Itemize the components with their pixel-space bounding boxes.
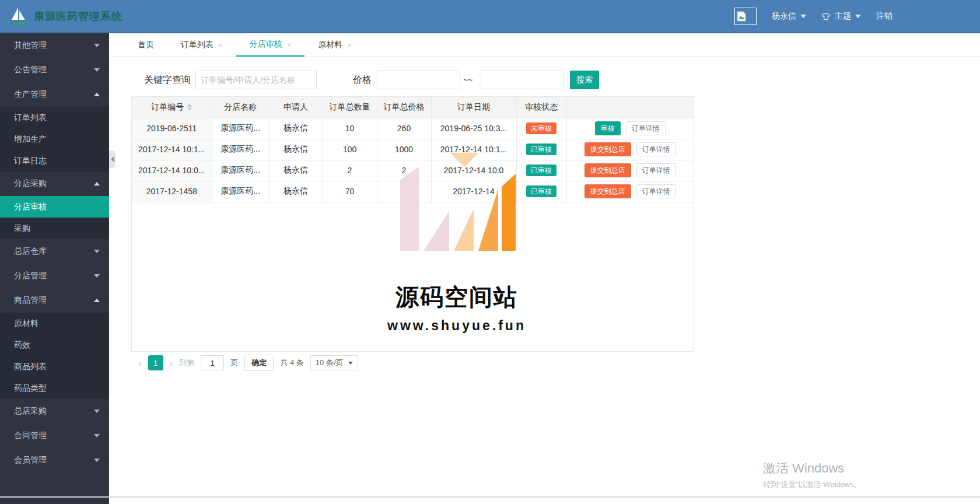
keyword-label: 关键字查询 xyxy=(144,74,191,86)
confirm-page-button[interactable]: 确定 xyxy=(244,355,274,371)
cell-date: 2017-12-14 xyxy=(431,181,516,202)
chevron-down-icon xyxy=(94,44,100,47)
cell-price: 1000 xyxy=(377,139,431,160)
sidebar-group-notice-management[interactable]: 公告管理 xyxy=(0,58,109,82)
sidebar-group-goods-management[interactable]: 商品管理 xyxy=(0,288,109,313)
chevron-down-icon xyxy=(94,250,100,253)
tab-order-list[interactable]: 订单列表× xyxy=(167,33,236,57)
sidebar-item-drug-type[interactable]: 药品类型 xyxy=(0,377,109,399)
user-name: 杨永信 xyxy=(772,11,796,22)
cell-status: 已审核 xyxy=(516,181,566,202)
submenu-goods: 原材料 药效 商品列表 药品类型 xyxy=(0,313,109,399)
cell-date: 2019-06-25 10:3... xyxy=(431,118,516,139)
range-separator: ~~ xyxy=(463,75,473,85)
submenu-production: 订单列表 增加生产 订单日志 xyxy=(0,107,109,172)
cell-order-no: 2019-06-2511 xyxy=(132,118,212,139)
cell-status: 未审核 xyxy=(516,118,566,139)
logout-button[interactable]: 注销 xyxy=(876,11,892,22)
search-button[interactable]: 搜索 xyxy=(570,71,599,89)
status-badge: 未审核 xyxy=(526,123,556,134)
cell-qty: 2 xyxy=(323,160,377,181)
sidebar-group-other-management[interactable]: 其他管理 xyxy=(0,33,109,58)
sidebar-group-member-management[interactable]: 会员管理 xyxy=(0,448,109,473)
sidebar-group-branch-management[interactable]: 分店管理 xyxy=(0,264,109,288)
chevron-up-icon xyxy=(94,299,100,302)
chevron-up-icon xyxy=(94,93,100,96)
price-label: 价格 xyxy=(353,74,372,86)
order-detail-button[interactable]: 订单详情 xyxy=(636,142,676,156)
cell-status: 已审核 xyxy=(516,160,566,181)
theme-menu[interactable]: 主题 xyxy=(821,11,861,22)
sidebar-group-hq-warehouse[interactable]: 总店仓库 xyxy=(0,239,109,264)
sidebar-group-contract-management[interactable]: 合同管理 xyxy=(0,424,109,448)
submit-to-hq-button[interactable]: 提交到总店 xyxy=(584,163,631,177)
page-size-select[interactable]: 10 条/页 xyxy=(310,355,358,370)
cell-date: 2017-12-14 10:0 xyxy=(431,160,516,181)
sidebar-group-hq-purchase[interactable]: 总店采购 xyxy=(0,399,109,424)
price-max-input[interactable] xyxy=(481,71,564,89)
col-audit-status: 审核状态 xyxy=(516,97,566,118)
prev-page-icon[interactable]: ‹ xyxy=(138,358,142,368)
sailboat-logo-icon xyxy=(9,6,28,26)
status-badge: 已审核 xyxy=(526,144,556,155)
data-grid: 订单编号 分店名称 申请人 订单总数量 订单总价格 订单日期 审核状态 2019… xyxy=(131,96,694,352)
search-bar: 关键字查询 价格 ~~ 搜索 xyxy=(109,71,599,89)
sidebar-item-add-production[interactable]: 增加生产 xyxy=(0,128,109,150)
cell-store: 康源医药... xyxy=(212,160,269,181)
tab-raw-material[interactable]: 原材料× xyxy=(304,33,365,57)
sidebar-item-order-log[interactable]: 订单日志 xyxy=(0,150,109,172)
col-order-no[interactable]: 订单编号 xyxy=(132,97,212,118)
tab-home[interactable]: 首页 xyxy=(124,33,167,57)
order-detail-button[interactable]: 订单详情 xyxy=(636,163,676,177)
avatar[interactable] xyxy=(734,8,757,25)
close-icon[interactable]: × xyxy=(287,40,292,49)
cell-price: 260 xyxy=(377,118,431,139)
cell-applicant: 杨永信 xyxy=(269,118,323,139)
table-header-row: 订单编号 分店名称 申请人 订单总数量 订单总价格 订单日期 审核状态 xyxy=(132,97,694,118)
sidebar-item-raw-material[interactable]: 原材料 xyxy=(0,313,109,334)
cell-status: 已审核 xyxy=(516,139,566,160)
keyword-input[interactable] xyxy=(195,71,317,89)
chevron-down-icon xyxy=(855,15,861,18)
tab-bar: 首页 订单列表× 分店审核× 原材料× xyxy=(109,33,980,57)
user-menu[interactable]: 杨永信 xyxy=(772,11,806,22)
cell-actions: 提交到总店 订单详情 xyxy=(566,181,694,202)
sidebar-item-order-list[interactable]: 订单列表 xyxy=(0,107,109,128)
sidebar-group-production-management[interactable]: 生产管理 xyxy=(0,82,109,107)
close-icon[interactable]: × xyxy=(347,41,352,50)
header-right: 杨永信 主题 注销 xyxy=(734,8,980,25)
col-applicant: 申请人 xyxy=(269,97,323,118)
main-content: 首页 订单列表× 分店审核× 原材料× 关键字查询 价格 ~~ 搜索 订单编号 xyxy=(109,33,980,504)
chevron-down-icon xyxy=(94,274,100,278)
goto-page-input[interactable] xyxy=(201,355,224,370)
sort-icon[interactable] xyxy=(187,104,192,111)
order-detail-button[interactable]: 订单详情 xyxy=(636,184,676,198)
page-unit-label: 页 xyxy=(230,358,238,368)
current-page-button[interactable]: 1 xyxy=(148,355,163,370)
cell-store: 康源医药... xyxy=(212,118,269,139)
chevron-down-icon xyxy=(800,15,806,18)
sidebar-item-purchase[interactable]: 采购 xyxy=(0,218,109,239)
close-icon[interactable]: × xyxy=(218,41,223,50)
table-row: 2017-12-1458 康源医药... 杨永信 70 7 2017-12-14… xyxy=(132,181,694,202)
audit-button[interactable]: 审核 xyxy=(595,121,621,135)
submenu-branch-purchase: 分店审核 采购 xyxy=(0,196,109,239)
col-total-price: 订单总价格 xyxy=(377,97,431,118)
status-badge: 已审核 xyxy=(526,164,556,176)
cell-qty: 100 xyxy=(323,139,377,160)
table-row: 2017-12-14 10:0... 康源医药... 杨永信 2 2 2017-… xyxy=(132,160,694,181)
sidebar-item-drug-effect[interactable]: 药效 xyxy=(0,334,109,356)
goto-label: 到第 xyxy=(179,358,194,368)
col-actions xyxy=(566,97,694,118)
next-page-icon[interactable]: › xyxy=(170,358,173,368)
sidebar-item-branch-audit[interactable]: 分店审核 xyxy=(0,196,109,218)
sidebar-item-goods-list[interactable]: 商品列表 xyxy=(0,356,109,377)
sidebar-group-branch-purchase[interactable]: 分店采购 xyxy=(0,172,109,196)
sidebar-collapse-handle[interactable] xyxy=(109,150,116,168)
cell-qty: 70 xyxy=(323,181,377,202)
price-min-input[interactable] xyxy=(377,71,460,89)
tab-branch-audit[interactable]: 分店审核× xyxy=(236,33,305,57)
order-detail-button[interactable]: 订单详情 xyxy=(626,121,666,135)
submit-to-hq-button[interactable]: 提交到总店 xyxy=(584,184,631,198)
submit-to-hq-button[interactable]: 提交到总店 xyxy=(584,142,631,156)
